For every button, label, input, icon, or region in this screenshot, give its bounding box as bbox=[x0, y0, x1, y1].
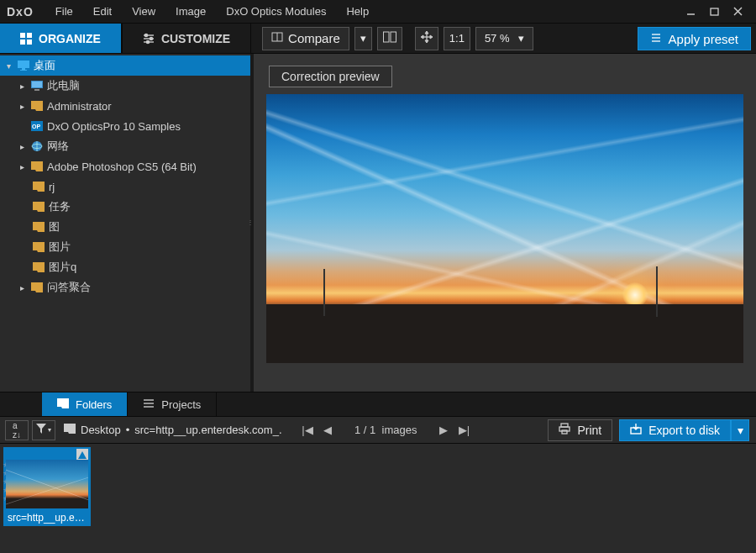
expand-arrow-icon[interactable]: ▸ bbox=[17, 283, 27, 292]
breadcrumb-root: Desktop bbox=[81, 424, 121, 436]
chevron-down-icon: ▾ bbox=[360, 32, 366, 45]
move-tool-button[interactable] bbox=[415, 27, 438, 50]
svg-rect-39 bbox=[562, 430, 567, 434]
preview-image[interactable] bbox=[266, 94, 743, 363]
nav-prev-button[interactable]: ◀ bbox=[319, 424, 336, 436]
svg-rect-24 bbox=[22, 68, 25, 70]
tree-item-rj[interactable]: rj bbox=[0, 176, 250, 197]
compare-button[interactable]: Compare bbox=[262, 27, 349, 50]
folder-icon bbox=[30, 161, 44, 172]
list-icon bbox=[143, 398, 155, 412]
tree-item-tupianq[interactable]: 图片q bbox=[0, 257, 250, 277]
window-minimize-button[interactable] bbox=[679, 3, 702, 20]
main-toolbar: ORGANIZE CUSTOMIZE Compare ▾ 1:1 57 % ▾ … bbox=[0, 24, 756, 54]
tree-item-tu[interactable]: 图 bbox=[0, 217, 250, 237]
compare-dropdown[interactable]: ▾ bbox=[354, 27, 372, 50]
folder-icon bbox=[32, 261, 45, 273]
menu-image[interactable]: Image bbox=[165, 0, 216, 24]
breadcrumb[interactable]: Desktop • src=http__up.enterdesk.com_... bbox=[64, 423, 282, 437]
menu-view[interactable]: View bbox=[122, 0, 165, 24]
menu-optics-modules[interactable]: DxO Optics Modules bbox=[216, 0, 336, 24]
tree-item-label: 图片 bbox=[49, 240, 71, 255]
expand-arrow-icon[interactable]: ▸ bbox=[17, 82, 27, 91]
zoom-ratio-label: 1:1 bbox=[449, 32, 465, 45]
tab-customize[interactable]: CUSTOMIZE bbox=[122, 24, 251, 53]
window-close-button[interactable] bbox=[726, 3, 749, 20]
thumbnail-item[interactable]: ★★★★★ src=http__up.en... bbox=[3, 447, 91, 526]
expand-arrow-icon[interactable]: ▸ bbox=[17, 142, 27, 151]
expand-arrow-icon[interactable]: ▸ bbox=[17, 162, 27, 171]
expand-arrow-icon[interactable]: ▸ bbox=[17, 102, 27, 111]
tab-organize[interactable]: ORGANIZE bbox=[0, 24, 122, 53]
nav-last-button[interactable]: ▶| bbox=[455, 424, 472, 436]
bottom-tab-folders[interactable]: Folders bbox=[42, 392, 128, 416]
correction-preview-badge[interactable]: Correction preview bbox=[269, 66, 392, 87]
svg-rect-25 bbox=[20, 70, 27, 71]
zoom-level-dropdown[interactable]: 57 % ▾ bbox=[475, 27, 533, 50]
title-bar: DxO File Edit View Image DxO Optics Modu… bbox=[0, 0, 756, 24]
desktop-icon bbox=[17, 60, 30, 71]
folder-icon bbox=[64, 423, 76, 437]
svg-point-11 bbox=[144, 34, 147, 36]
bottom-toolbar: az↓ ▾ Desktop • src=http__up.enterdesk.c… bbox=[0, 417, 756, 444]
nav-first-prev: |◀ ◀ bbox=[299, 424, 336, 436]
bottom-tab-projects[interactable]: Projects bbox=[128, 392, 217, 416]
sliders-icon bbox=[143, 33, 155, 45]
folder-icon bbox=[32, 201, 45, 213]
export-button[interactable]: Export to disk bbox=[619, 419, 731, 441]
bottom-tab-label: Projects bbox=[161, 398, 201, 411]
svg-text:OP: OP bbox=[32, 124, 40, 129]
export-dropdown[interactable]: ▾ bbox=[731, 419, 749, 441]
print-button[interactable]: Print bbox=[548, 419, 612, 441]
folder-icon bbox=[30, 282, 44, 293]
tree-item-administrator[interactable]: ▸ Administrator bbox=[0, 96, 250, 116]
bottom-tabs: Folders Projects bbox=[0, 392, 756, 417]
svg-rect-6 bbox=[20, 40, 25, 45]
apply-preset-label: Apply preset bbox=[669, 32, 738, 46]
tree-item-this-pc[interactable]: ▸ 此电脑 bbox=[0, 76, 250, 96]
print-label: Print bbox=[577, 424, 601, 437]
image-count: 1 / 1 images bbox=[346, 424, 425, 436]
nav-first-button[interactable]: |◀ bbox=[299, 424, 316, 436]
tree-item-network[interactable]: ▸ 网络 bbox=[0, 136, 250, 156]
filter-button[interactable]: ▾ bbox=[32, 420, 55, 440]
side-by-side-button[interactable] bbox=[377, 27, 402, 50]
sort-button[interactable]: az↓ bbox=[5, 420, 29, 440]
folder-icon bbox=[32, 221, 45, 233]
window-maximize-button[interactable] bbox=[702, 3, 726, 20]
svg-rect-23 bbox=[18, 61, 29, 68]
svg-point-13 bbox=[146, 40, 149, 43]
tree-item-wenda[interactable]: ▸ 问答聚合 bbox=[0, 277, 250, 298]
filmstrip[interactable]: ★★★★★ src=http__up.en... bbox=[0, 444, 756, 553]
app-logo: DxO bbox=[7, 5, 34, 18]
preset-icon bbox=[650, 32, 662, 46]
splitter-handle[interactable]: ⋮ bbox=[247, 221, 254, 224]
folder-sidebar: ▾ 桌面 ▸ 此电脑 ▸ Administrator OP DxO Optics… bbox=[0, 54, 254, 392]
split-view-icon bbox=[383, 30, 396, 46]
tree-item-photoshop[interactable]: ▸ Adobe Photoshop CS5 (64 Bit) bbox=[0, 156, 250, 176]
tree-item-label: 图 bbox=[49, 219, 60, 234]
tree-item-tasks[interactable]: 任务 bbox=[0, 197, 250, 217]
menu-help[interactable]: Help bbox=[336, 0, 379, 24]
print-icon bbox=[559, 423, 570, 437]
nav-next-button[interactable]: ▶ bbox=[435, 424, 452, 436]
menu-edit[interactable]: Edit bbox=[83, 0, 122, 24]
export-label: Export to disk bbox=[648, 424, 720, 437]
tree-item-tupian[interactable]: 图片 bbox=[0, 237, 250, 257]
tree-item-dxo-samples[interactable]: OP DxO OpticsPro 10 Samples bbox=[0, 116, 250, 136]
zoom-1to1-button[interactable]: 1:1 bbox=[444, 27, 470, 50]
tree-item-label: 此电脑 bbox=[47, 78, 80, 93]
thumbnail-badge-icon bbox=[76, 449, 88, 461]
tab-organize-label: ORGANIZE bbox=[39, 32, 101, 45]
tree-item-label: Adobe Photoshop CS5 (64 Bit) bbox=[47, 161, 197, 173]
collapse-arrow-icon[interactable]: ▾ bbox=[3, 61, 13, 71]
compare-icon bbox=[271, 31, 283, 45]
folder-tree[interactable]: ▾ 桌面 ▸ 此电脑 ▸ Administrator OP DxO Optics… bbox=[0, 54, 250, 392]
svg-rect-4 bbox=[20, 33, 25, 38]
chevron-down-icon: ▾ bbox=[518, 32, 524, 45]
menu-file[interactable]: File bbox=[45, 0, 83, 24]
chevron-down-icon: ▾ bbox=[738, 424, 743, 437]
image-content bbox=[266, 304, 743, 363]
tree-root-desktop[interactable]: ▾ 桌面 bbox=[0, 55, 250, 76]
apply-preset-button[interactable]: Apply preset bbox=[638, 27, 751, 50]
